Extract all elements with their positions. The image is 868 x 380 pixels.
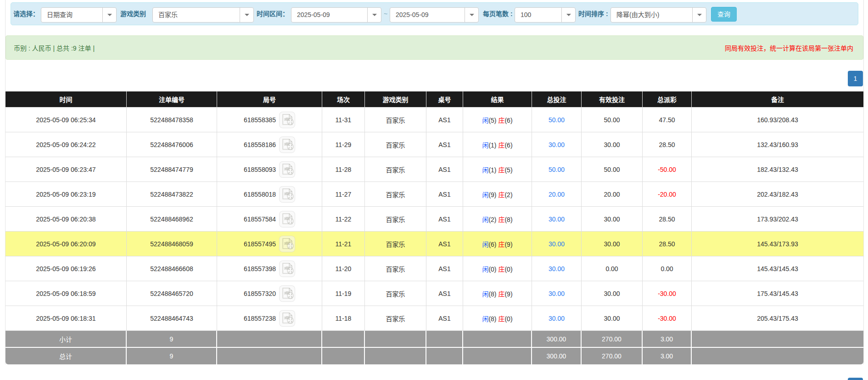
- result-banker-label: 庄: [498, 216, 504, 223]
- cell-bet-id: 522488473822: [127, 182, 217, 207]
- query-type-select[interactable]: 日期查询: [41, 7, 117, 23]
- page-size-label: 每页笔数 :: [483, 3, 513, 25]
- cell-remark: 182.43/132.43: [692, 157, 863, 182]
- cell-valid-bet: 0.00: [582, 256, 643, 281]
- chevron-down-icon: [692, 8, 706, 22]
- cell-time: 2025-05-09 06:23:19: [6, 182, 127, 207]
- video-file-icon: [280, 312, 294, 325]
- round-id: 618557584: [244, 216, 276, 223]
- cell-remark: 145.43/173.93: [692, 232, 863, 256]
- video-file-icon: [280, 138, 294, 152]
- chevron-down-icon: [240, 8, 253, 22]
- sort-order-label: 时间排序 :: [578, 3, 608, 25]
- cell-session: 11-22: [322, 207, 365, 232]
- video-replay-button[interactable]: [279, 211, 295, 227]
- cell-table-no: AS1: [426, 306, 463, 331]
- page-1-button-bottom[interactable]: 1: [848, 378, 863, 380]
- cell-game: 百家乐: [365, 157, 426, 182]
- cell-round: 618558018: [217, 182, 322, 207]
- total-bet-link[interactable]: 20.00: [549, 191, 565, 198]
- result-player-score: (9): [488, 191, 496, 199]
- total-bet-link[interactable]: 30.00: [549, 141, 565, 148]
- video-replay-button[interactable]: [279, 136, 295, 153]
- table-row: 2025-05-09 06:20:38 522488468962 6185575…: [6, 207, 863, 232]
- result-banker-label: 庄: [498, 290, 504, 298]
- game-category-select[interactable]: 百家乐: [152, 7, 254, 23]
- video-replay-button[interactable]: [279, 285, 295, 302]
- video-replay-button[interactable]: [279, 112, 295, 128]
- total-bet-link[interactable]: 30.00: [549, 265, 565, 272]
- cell-time: 2025-05-09 06:25:34: [6, 108, 127, 132]
- result-banker-score: (9): [504, 241, 512, 248]
- cell-game: 百家乐: [365, 256, 426, 281]
- cell-round: 618558385: [217, 108, 322, 132]
- summary-note: 同局有效投注，统一计算在该局第一张注单内: [725, 43, 853, 52]
- result-banker-label: 庄: [498, 142, 504, 149]
- subtotal-valid-bet: 270.00: [582, 331, 643, 348]
- total-bet-link[interactable]: 30.00: [549, 240, 565, 248]
- total-bet-link[interactable]: 30.00: [549, 216, 565, 223]
- cell-game: 百家乐: [365, 207, 426, 232]
- cell-bet-id: 522488476006: [127, 132, 217, 157]
- cell-result: 闲(0) 庄(0): [463, 256, 532, 281]
- cell-time: 2025-05-09 06:20:38: [6, 207, 127, 232]
- cell-round: 618557584: [217, 207, 322, 232]
- total-bet-link[interactable]: 30.00: [549, 290, 565, 297]
- cell-result: 闲(8) 庄(0): [463, 306, 532, 331]
- header-session: 场次: [322, 91, 365, 108]
- cell-payout: 28.50: [643, 132, 692, 157]
- result-banker-score: (9): [504, 290, 512, 298]
- date-from-select[interactable]: 2025-05-09: [291, 7, 381, 23]
- subtotal-row: 小计 9 300.00 270.00 3.00: [6, 331, 863, 348]
- cell-session: 11-20: [322, 256, 365, 281]
- cell-time: 2025-05-09 06:18:31: [6, 306, 127, 331]
- total-bet-link[interactable]: 30.00: [549, 315, 565, 322]
- video-replay-button[interactable]: [279, 186, 295, 203]
- search-button[interactable]: 查询: [711, 7, 737, 22]
- chevron-down-icon: [102, 8, 116, 22]
- cell-result: 闲(1) 庄(5): [463, 157, 532, 182]
- cell-total-bet: 30.00: [532, 207, 582, 232]
- cell-session: 11-27: [322, 182, 365, 207]
- round-id: 618557238: [244, 315, 276, 322]
- total-bet-link[interactable]: 50.00: [549, 116, 565, 124]
- video-replay-button[interactable]: [279, 261, 295, 277]
- cell-payout: 28.50: [643, 232, 692, 256]
- cell-table-no: AS1: [426, 182, 463, 207]
- cell-valid-bet: 30.00: [582, 132, 643, 157]
- empty-cell: [365, 348, 426, 364]
- cell-valid-bet: 30.00: [582, 232, 643, 256]
- table-row: 2025-05-09 06:23:19 522488473822 6185580…: [6, 182, 863, 207]
- game-category-value: 百家乐: [153, 8, 240, 22]
- game-category-label: 游戏类别: [120, 3, 146, 25]
- header-result: 结果: [463, 91, 532, 108]
- cell-total-bet: 50.00: [532, 108, 582, 132]
- sort-order-select[interactable]: 降幂(由大到小): [610, 7, 706, 23]
- cell-remark: 145.43/145.43: [692, 256, 863, 281]
- cell-total-bet: 30.00: [532, 132, 582, 157]
- page-1-button[interactable]: 1: [848, 71, 863, 86]
- video-file-icon: [280, 187, 294, 201]
- result-player-score: (2): [488, 216, 496, 223]
- cell-payout: 0.00: [643, 256, 692, 281]
- cell-payout: -30.00: [643, 306, 692, 331]
- round-id: 618557320: [244, 290, 276, 297]
- result-player-label: 闲: [482, 191, 488, 199]
- total-bet-link[interactable]: 50.00: [549, 166, 565, 173]
- video-replay-button[interactable]: [279, 236, 295, 252]
- total-count: 9: [127, 348, 217, 364]
- video-replay-button[interactable]: [279, 310, 295, 327]
- date-to-select[interactable]: 2025-05-09: [390, 7, 479, 23]
- empty-cell: [365, 331, 426, 348]
- table-row: 2025-05-09 06:25:34 522488478358 6185583…: [6, 108, 863, 132]
- page-size-select[interactable]: 100: [515, 7, 576, 23]
- result-player-label: 闲: [482, 266, 488, 273]
- cell-game: 百家乐: [365, 182, 426, 207]
- video-replay-button[interactable]: [279, 161, 295, 178]
- result-banker-label: 庄: [498, 166, 504, 174]
- header-bet-id: 注单编号: [127, 91, 217, 108]
- cell-total-bet: 30.00: [532, 306, 582, 331]
- cell-valid-bet: 50.00: [582, 108, 643, 132]
- cell-total-bet: 50.00: [532, 157, 582, 182]
- subtotal-count: 9: [127, 331, 217, 348]
